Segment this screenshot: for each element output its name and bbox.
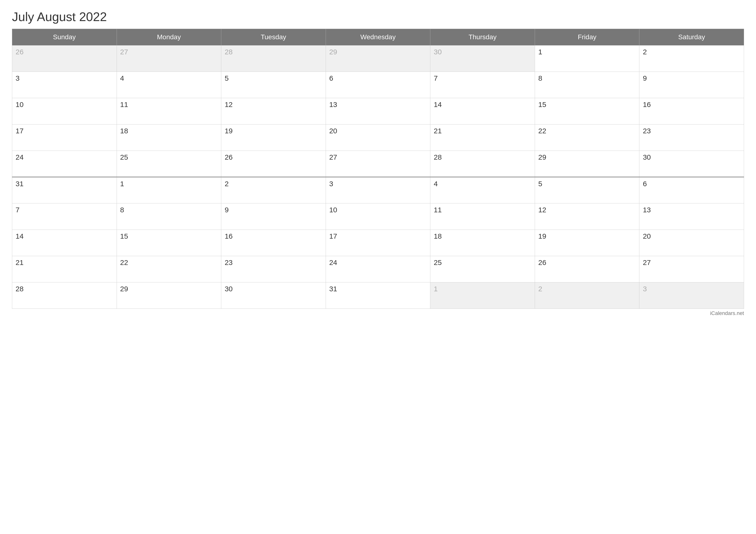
calendar-day: 15 bbox=[535, 98, 639, 124]
calendar-day: 4 bbox=[430, 177, 535, 203]
day-header-wednesday: Wednesday bbox=[326, 29, 430, 45]
calendar-day: 28 bbox=[221, 45, 326, 72]
calendar-day: 1 bbox=[535, 45, 639, 72]
calendar-day: 26 bbox=[535, 256, 639, 282]
calendar-week-row: 78910111213 bbox=[12, 203, 744, 230]
calendar-day: 15 bbox=[117, 230, 221, 256]
calendar-day: 9 bbox=[221, 203, 326, 230]
calendar-day: 2 bbox=[221, 177, 326, 203]
day-header-sunday: Sunday bbox=[12, 29, 117, 45]
calendar-day: 30 bbox=[221, 282, 326, 309]
days-of-week-row: SundayMondayTuesdayWednesdayThursdayFrid… bbox=[12, 29, 744, 45]
calendar-week-row: 262728293012 bbox=[12, 45, 744, 72]
calendar-day: 10 bbox=[12, 98, 117, 124]
calendar-table: SundayMondayTuesdayWednesdayThursdayFrid… bbox=[12, 29, 744, 309]
calendar-day: 31 bbox=[326, 282, 430, 309]
calendar-day: 5 bbox=[221, 72, 326, 98]
calendar-day: 27 bbox=[117, 45, 221, 72]
calendar-day: 6 bbox=[326, 72, 430, 98]
calendar-day: 27 bbox=[639, 256, 744, 282]
calendar-week-row: 17181920212223 bbox=[12, 124, 744, 151]
calendar-week-row: 14151617181920 bbox=[12, 230, 744, 256]
calendar-day: 3 bbox=[12, 72, 117, 98]
calendar-day: 7 bbox=[430, 72, 535, 98]
calendar-day: 14 bbox=[12, 230, 117, 256]
calendar-day: 23 bbox=[221, 256, 326, 282]
calendar-day: 30 bbox=[639, 151, 744, 177]
calendar-day: 23 bbox=[639, 124, 744, 151]
calendar-day: 29 bbox=[326, 45, 430, 72]
calendar-day: 8 bbox=[117, 203, 221, 230]
calendar-day: 27 bbox=[326, 151, 430, 177]
calendar-day: 3 bbox=[639, 282, 744, 309]
calendar-header: SundayMondayTuesdayWednesdayThursdayFrid… bbox=[12, 29, 744, 45]
calendar-day: 25 bbox=[117, 151, 221, 177]
calendar-day: 21 bbox=[430, 124, 535, 151]
calendar-day: 1 bbox=[117, 177, 221, 203]
calendar-day: 28 bbox=[12, 282, 117, 309]
calendar-day: 19 bbox=[535, 230, 639, 256]
calendar-day: 14 bbox=[430, 98, 535, 124]
calendar-day: 30 bbox=[430, 45, 535, 72]
calendar-day: 12 bbox=[535, 203, 639, 230]
calendar-day: 4 bbox=[117, 72, 221, 98]
calendar-day: 20 bbox=[639, 230, 744, 256]
calendar-day: 19 bbox=[221, 124, 326, 151]
day-header-saturday: Saturday bbox=[639, 29, 744, 45]
calendar-day: 26 bbox=[221, 151, 326, 177]
calendar-day: 24 bbox=[12, 151, 117, 177]
calendar-day: 22 bbox=[117, 256, 221, 282]
calendar-day: 21 bbox=[12, 256, 117, 282]
calendar-week-row: 28293031123 bbox=[12, 282, 744, 309]
calendar-day: 1 bbox=[430, 282, 535, 309]
calendar-day: 25 bbox=[430, 256, 535, 282]
calendar-day: 11 bbox=[117, 98, 221, 124]
calendar-day: 7 bbox=[12, 203, 117, 230]
calendar-day: 16 bbox=[639, 98, 744, 124]
day-header-monday: Monday bbox=[117, 29, 221, 45]
footer-credit: iCalendars.net bbox=[12, 310, 744, 317]
calendar-body: 2627282930123456789101112131415161718192… bbox=[12, 45, 744, 309]
calendar-day: 3 bbox=[326, 177, 430, 203]
calendar-week-row: 3456789 bbox=[12, 72, 744, 98]
calendar-day: 2 bbox=[535, 282, 639, 309]
day-header-friday: Friday bbox=[535, 29, 639, 45]
calendar-day: 28 bbox=[430, 151, 535, 177]
day-header-thursday: Thursday bbox=[430, 29, 535, 45]
calendar-day: 12 bbox=[221, 98, 326, 124]
calendar-day: 29 bbox=[117, 282, 221, 309]
calendar-day: 11 bbox=[430, 203, 535, 230]
calendar-week-row: 24252627282930 bbox=[12, 151, 744, 177]
calendar-week-row: 10111213141516 bbox=[12, 98, 744, 124]
calendar-day: 16 bbox=[221, 230, 326, 256]
calendar-day: 17 bbox=[12, 124, 117, 151]
page-title: July August 2022 bbox=[12, 10, 744, 24]
calendar-day: 22 bbox=[535, 124, 639, 151]
calendar-week-row: 21222324252627 bbox=[12, 256, 744, 282]
calendar-day: 5 bbox=[535, 177, 639, 203]
calendar-day: 26 bbox=[12, 45, 117, 72]
calendar-day: 20 bbox=[326, 124, 430, 151]
day-header-tuesday: Tuesday bbox=[221, 29, 326, 45]
calendar-day: 29 bbox=[535, 151, 639, 177]
calendar-day: 9 bbox=[639, 72, 744, 98]
calendar-day: 17 bbox=[326, 230, 430, 256]
calendar-day: 6 bbox=[639, 177, 744, 203]
calendar-day: 18 bbox=[117, 124, 221, 151]
calendar-day: 8 bbox=[535, 72, 639, 98]
calendar-week-row: 31123456 bbox=[12, 177, 744, 203]
calendar-day: 24 bbox=[326, 256, 430, 282]
calendar-day: 31 bbox=[12, 177, 117, 203]
calendar-day: 18 bbox=[430, 230, 535, 256]
calendar-day: 13 bbox=[639, 203, 744, 230]
calendar-day: 10 bbox=[326, 203, 430, 230]
calendar-day: 13 bbox=[326, 98, 430, 124]
calendar-day: 2 bbox=[639, 45, 744, 72]
